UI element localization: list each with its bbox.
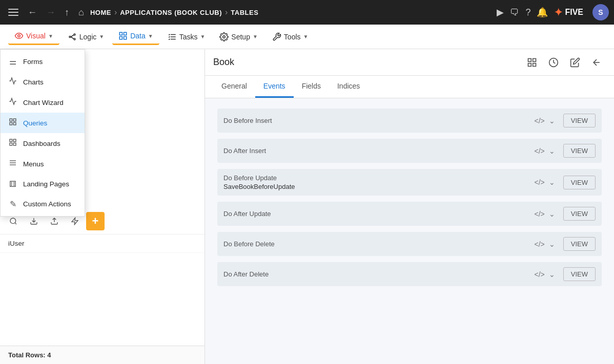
dropdown-item-queries[interactable]: Queries	[1, 113, 85, 133]
play-icon[interactable]: ▶	[497, 7, 504, 18]
charts-icon	[8, 77, 18, 87]
queries-icon	[8, 118, 18, 128]
event-chevron-before-insert[interactable]: ⌄	[549, 117, 555, 125]
event-view-btn-before-delete[interactable]: VIEW	[563, 237, 596, 251]
svg-rect-6	[119, 32, 122, 35]
setup-dropdown-arrow: ▼	[253, 34, 258, 39]
nav-item-setup[interactable]: Setup ▼	[213, 29, 264, 45]
back-content-button[interactable]	[587, 53, 606, 72]
app-label[interactable]: APPLICATIONS (BOOK CLUB)	[120, 9, 222, 16]
event-view-btn-after-update[interactable]: VIEW	[563, 207, 596, 221]
svg-point-0	[18, 35, 21, 37]
user-avatar[interactable]: S	[592, 4, 609, 20]
up-icon[interactable]: ↑	[62, 5, 72, 20]
data-dropdown-arrow: ▼	[148, 33, 153, 39]
event-view-btn-before-update[interactable]: VIEW	[563, 176, 596, 189]
event-row-before-delete-header: Do Before Delete </> ⌄ VIEW	[217, 232, 602, 256]
svg-rect-19	[13, 139, 16, 142]
dropdown-item-forms[interactable]: ⚌ Forms	[1, 52, 85, 72]
forward-icon[interactable]: →	[43, 5, 58, 20]
tab-general[interactable]: General	[213, 76, 255, 98]
top-bar: ← → ↑ ⌂ HOME › APPLICATIONS (BOOK CLUB) …	[0, 0, 614, 25]
home-label[interactable]: HOME	[90, 9, 111, 16]
nav-item-tasks[interactable]: Tasks ▼	[161, 29, 212, 45]
event-code-icon-after-delete[interactable]: </>	[535, 270, 545, 279]
grid-view-button[interactable]	[523, 53, 541, 72]
event-chevron-after-delete[interactable]: ⌄	[549, 270, 555, 279]
landing-pages-icon: ⚅	[8, 179, 18, 189]
event-value-before-update: SaveBookBeforeUpdate	[223, 183, 527, 190]
svg-line-26	[15, 223, 16, 224]
content-header-actions	[523, 53, 606, 72]
five-logo-icon: ✦	[554, 6, 563, 18]
event-row-before-update-header: Do Before Update SaveBookBeforeUpdate </…	[217, 169, 602, 196]
bell-icon[interactable]: 🔔	[537, 7, 548, 18]
edit-button[interactable]	[566, 53, 584, 72]
tabs-bar: General Events Fields Indices	[205, 76, 614, 98]
svg-point-25	[10, 218, 16, 224]
event-code-icon-after-insert[interactable]: </>	[535, 147, 545, 155]
dropdown-item-menus[interactable]: Menus	[1, 154, 85, 174]
svg-rect-32	[528, 63, 531, 66]
tables-label[interactable]: TABLES	[231, 9, 258, 16]
svg-rect-20	[10, 143, 12, 145]
separator-1: ›	[114, 8, 117, 17]
search-icon	[9, 217, 17, 225]
nav-item-tools[interactable]: Tools ▼	[266, 29, 315, 45]
event-chevron-before-update[interactable]: ⌄	[549, 178, 555, 186]
event-row-before-insert: Do Before Insert </> ⌄ VIEW	[217, 109, 602, 133]
tab-fields[interactable]: Fields	[294, 76, 329, 98]
list-item-iuser[interactable]: iUser	[0, 234, 204, 253]
event-chevron-after-insert[interactable]: ⌄	[549, 147, 555, 155]
svg-point-1	[69, 36, 71, 37]
nav-item-visual[interactable]: Visual ▼	[8, 28, 59, 45]
nav-label-logic: Logic	[79, 33, 96, 41]
five-logo: ✦ FIVE	[554, 6, 583, 18]
svg-rect-21	[13, 143, 16, 145]
event-view-btn-before-insert[interactable]: VIEW	[563, 114, 596, 127]
event-row-after-update-header: Do After Update </> ⌄ VIEW	[217, 202, 602, 226]
history-button[interactable]	[544, 53, 563, 72]
nav-bar: Visual ▼ Logic ▼ Data ▼ Tasks ▼ Setup ▼ …	[0, 25, 614, 49]
add-button[interactable]: +	[86, 212, 105, 230]
back-icon[interactable]: ←	[25, 5, 40, 20]
nav-label-visual: Visual	[26, 32, 46, 40]
nav-item-logic[interactable]: Logic ▼	[62, 29, 110, 45]
svg-rect-18	[10, 139, 12, 142]
dropdown-item-custom-actions[interactable]: ✎ Custom Actions	[1, 194, 85, 214]
svg-rect-17	[13, 122, 16, 125]
dropdown-label-menus: Menus	[23, 160, 44, 168]
visual-dropdown-menu: ⚌ Forms Charts Chart Wizard	[0, 49, 85, 217]
event-chevron-after-update[interactable]: ⌄	[549, 210, 555, 218]
nav-item-data[interactable]: Data ▼	[112, 28, 159, 45]
svg-rect-9	[124, 37, 127, 39]
event-code-icon-before-delete[interactable]: </>	[535, 240, 545, 248]
event-code-icon-after-update[interactable]: </>	[535, 210, 545, 218]
svg-rect-16	[10, 122, 12, 125]
dropdown-label-charts: Charts	[23, 78, 44, 86]
menus-icon	[8, 159, 18, 169]
svg-rect-30	[528, 58, 531, 61]
home-icon[interactable]: ⌂	[75, 5, 87, 20]
dropdown-item-charts[interactable]: Charts	[1, 72, 85, 92]
dropdown-item-landing-pages[interactable]: ⚅ Landing Pages	[1, 174, 85, 194]
dropdown-item-chart-wizard[interactable]: Chart Wizard	[1, 92, 85, 113]
event-label-before-delete: Do Before Delete	[223, 240, 527, 248]
dropdown-item-dashboards[interactable]: Dashboards	[1, 133, 85, 154]
event-view-btn-after-delete[interactable]: VIEW	[563, 267, 596, 281]
tab-indices[interactable]: Indices	[329, 76, 368, 98]
event-row-before-delete: Do Before Delete </> ⌄ VIEW	[217, 232, 602, 256]
help-icon[interactable]: ?	[525, 7, 530, 18]
lightning-icon	[71, 217, 79, 225]
tools-dropdown-arrow: ▼	[303, 34, 309, 39]
svg-rect-33	[533, 63, 536, 66]
sidebar-footer: Total Rows: 4	[0, 346, 204, 364]
event-code-icon-before-insert[interactable]: </>	[535, 117, 545, 125]
event-code-icon-before-update[interactable]: </>	[535, 178, 545, 186]
tab-events[interactable]: Events	[255, 76, 294, 98]
event-view-btn-after-insert[interactable]: VIEW	[563, 144, 596, 158]
chat-icon[interactable]: 🗨	[510, 7, 519, 18]
hamburger-icon[interactable]	[5, 7, 22, 18]
top-bar-left: ← → ↑ ⌂ HOME › APPLICATIONS (BOOK CLUB) …	[5, 5, 493, 20]
event-chevron-before-delete[interactable]: ⌄	[549, 240, 555, 248]
